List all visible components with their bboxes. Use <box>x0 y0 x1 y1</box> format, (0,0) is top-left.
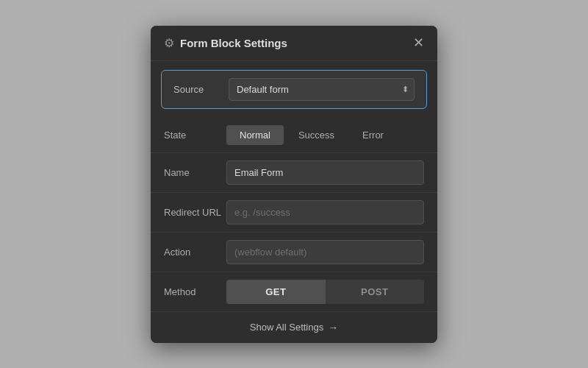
redirect-url-label: Redirect URL <box>164 207 226 218</box>
state-row: State Normal Success Error <box>151 118 437 153</box>
name-row: Name <box>151 153 437 193</box>
source-select[interactable]: Default form Custom form <box>229 78 415 101</box>
source-row: Source Default form Custom form <box>161 70 427 109</box>
panel-body: Source Default form Custom form State No… <box>151 70 437 312</box>
method-label: Method <box>164 286 226 297</box>
gear-icon: ⚙ <box>164 36 174 50</box>
footer-arrow-icon: → <box>328 322 338 333</box>
source-select-wrapper: Default form Custom form <box>229 78 415 101</box>
action-label: Action <box>164 247 226 258</box>
method-buttons: GET POST <box>226 280 424 304</box>
show-all-settings-link: Show All Settings → <box>250 322 338 333</box>
panel-footer[interactable]: Show All Settings → <box>151 312 437 343</box>
method-row: Method GET POST <box>151 272 437 312</box>
close-icon[interactable]: ✕ <box>413 36 424 49</box>
action-row: Action <box>151 233 437 272</box>
show-all-settings-label: Show All Settings <box>250 322 323 333</box>
panel-header: ⚙ Form Block Settings ✕ <box>151 26 437 61</box>
state-tabs: Normal Success Error <box>226 125 397 145</box>
panel-title: Form Block Settings <box>180 37 287 49</box>
source-label: Source <box>173 84 229 95</box>
name-input[interactable] <box>226 160 424 185</box>
state-label: State <box>164 130 226 141</box>
state-tab-normal[interactable]: Normal <box>226 125 284 145</box>
form-block-settings-panel: ⚙ Form Block Settings ✕ Source Default f… <box>151 26 437 343</box>
state-tab-success[interactable]: Success <box>285 125 348 145</box>
method-post-button[interactable]: POST <box>326 280 425 304</box>
redirect-url-row: Redirect URL <box>151 193 437 233</box>
name-label: Name <box>164 167 226 178</box>
action-input[interactable] <box>226 240 424 264</box>
redirect-url-input[interactable] <box>226 200 424 224</box>
panel-header-left: ⚙ Form Block Settings <box>164 36 287 50</box>
method-get-button[interactable]: GET <box>226 280 326 304</box>
state-tab-error[interactable]: Error <box>349 125 397 145</box>
